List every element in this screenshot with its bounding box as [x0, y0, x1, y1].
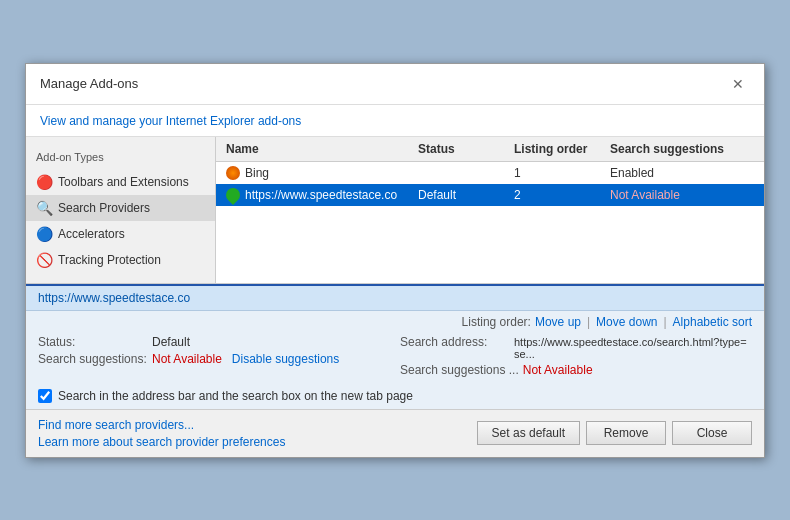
- move-down-link[interactable]: Move down: [596, 315, 657, 329]
- speedtest-listing-order: 2: [514, 188, 610, 202]
- link-bar: View and manage your Internet Explorer a…: [26, 105, 764, 137]
- table-body: Bing 1 Enabled https://www.speedtestace.…: [216, 162, 764, 283]
- suggestions-row: Search suggestions: Not Available Disabl…: [38, 352, 390, 366]
- suggestions-long-label: Search suggestions ...: [400, 363, 519, 377]
- table-header: Name Status Listing order Search suggest…: [216, 137, 764, 162]
- alphabetic-sort-link[interactable]: Alphabetic sort: [673, 315, 752, 329]
- col-name: Name: [226, 142, 418, 156]
- status-row: Status: Default: [38, 335, 390, 349]
- sidebar-item-accelerators[interactable]: 🔵 Accelerators: [26, 221, 215, 247]
- dialog-title: Manage Add-ons: [40, 76, 138, 91]
- col-listing-order: Listing order: [514, 142, 610, 156]
- sidebar-item-toolbars[interactable]: 🔴 Toolbars and Extensions: [26, 169, 215, 195]
- bing-icon: [226, 166, 240, 180]
- listing-order-label: Listing order:: [462, 315, 531, 329]
- footer-links: Find more search providers... Learn more…: [38, 418, 285, 449]
- search-provider-icon: 🔍: [36, 200, 52, 216]
- toolbar-icon: 🔴: [36, 174, 52, 190]
- manage-addons-dialog: Manage Add-ons ✕ View and manage your In…: [25, 63, 765, 458]
- ie-addons-link[interactable]: View and manage your Internet Explorer a…: [40, 114, 301, 128]
- learn-more-link[interactable]: Learn more about search provider prefere…: [38, 435, 285, 449]
- separator2: |: [663, 315, 666, 329]
- detail-url: https://www.speedtestace.co: [26, 286, 764, 311]
- suggestions-long-row: Search suggestions ... Not Available: [400, 363, 593, 377]
- speedtest-status: Default: [418, 188, 514, 202]
- sidebar-item-search[interactable]: 🔍 Search Providers: [26, 195, 215, 221]
- find-more-link[interactable]: Find more search providers...: [38, 418, 285, 432]
- bing-listing-order: 1: [514, 166, 610, 180]
- sidebar-item-tracking[interactable]: 🚫 Tracking Protection: [26, 247, 215, 273]
- table-row[interactable]: https://www.speedtestace.co Default 2 No…: [216, 184, 764, 206]
- content-area: Name Status Listing order Search suggest…: [216, 137, 764, 283]
- bing-name: Bing: [245, 166, 269, 180]
- addon-types-label: Add-on Types: [26, 147, 215, 169]
- status-label: Status:: [38, 335, 148, 349]
- search-checkbox[interactable]: [38, 389, 52, 403]
- row-name-speedtest: https://www.speedtestace.co: [226, 188, 418, 202]
- move-up-link[interactable]: Move up: [535, 315, 581, 329]
- main-area: Add-on Types 🔴 Toolbars and Extensions 🔍…: [26, 137, 764, 284]
- bing-search-suggestions: Enabled: [610, 166, 754, 180]
- remove-button[interactable]: Remove: [586, 421, 666, 445]
- detail-grid: Status: Default Search suggestions: Not …: [26, 329, 764, 383]
- separator1: |: [587, 315, 590, 329]
- search-address-label: Search address:: [400, 335, 510, 349]
- search-address-value: https://www.speedtestace.co/search.html?…: [514, 336, 752, 360]
- suggestions-long-value: Not Available: [523, 363, 593, 377]
- dialog-close-button[interactable]: ✕: [726, 74, 750, 94]
- sidebar-item-search-label: Search Providers: [58, 201, 150, 215]
- footer-buttons: Set as default Remove Close: [477, 421, 752, 445]
- table-row[interactable]: Bing 1 Enabled: [216, 162, 764, 184]
- search-address-row: Search address: https://www.speedtestace…: [400, 335, 752, 360]
- suggestions-value: Not Available: [152, 352, 222, 366]
- speedtest-search-suggestions: Not Available: [610, 188, 754, 202]
- detail-right: Search address: https://www.speedtestace…: [400, 335, 752, 377]
- close-button[interactable]: Close: [672, 421, 752, 445]
- speedtest-icon: [223, 185, 243, 205]
- col-status: Status: [418, 142, 514, 156]
- sidebar-item-tracking-label: Tracking Protection: [58, 253, 161, 267]
- search-checkbox-label: Search in the address bar and the search…: [58, 389, 413, 403]
- listing-order-row: Listing order: Move up | Move down | Alp…: [26, 311, 764, 329]
- set-default-button[interactable]: Set as default: [477, 421, 580, 445]
- sidebar-item-accelerators-label: Accelerators: [58, 227, 125, 241]
- accelerator-icon: 🔵: [36, 226, 52, 242]
- detail-url-text: https://www.speedtestace.co: [38, 291, 190, 305]
- title-bar: Manage Add-ons ✕: [26, 64, 764, 105]
- disable-suggestions-link[interactable]: Disable suggestions: [232, 352, 339, 366]
- col-search-suggestions: Search suggestions: [610, 142, 754, 156]
- footer: Find more search providers... Learn more…: [26, 409, 764, 457]
- detail-bar: https://www.speedtestace.co Listing orde…: [26, 284, 764, 409]
- tracking-icon: 🚫: [36, 252, 52, 268]
- sidebar: Add-on Types 🔴 Toolbars and Extensions 🔍…: [26, 137, 216, 283]
- speedtest-name: https://www.speedtestace.co: [245, 188, 397, 202]
- sidebar-item-toolbars-label: Toolbars and Extensions: [58, 175, 189, 189]
- checkbox-row: Search in the address bar and the search…: [26, 383, 764, 409]
- status-value: Default: [152, 335, 190, 349]
- suggestions-label: Search suggestions:: [38, 352, 148, 366]
- detail-left: Status: Default Search suggestions: Not …: [38, 335, 390, 377]
- row-name-bing: Bing: [226, 166, 418, 180]
